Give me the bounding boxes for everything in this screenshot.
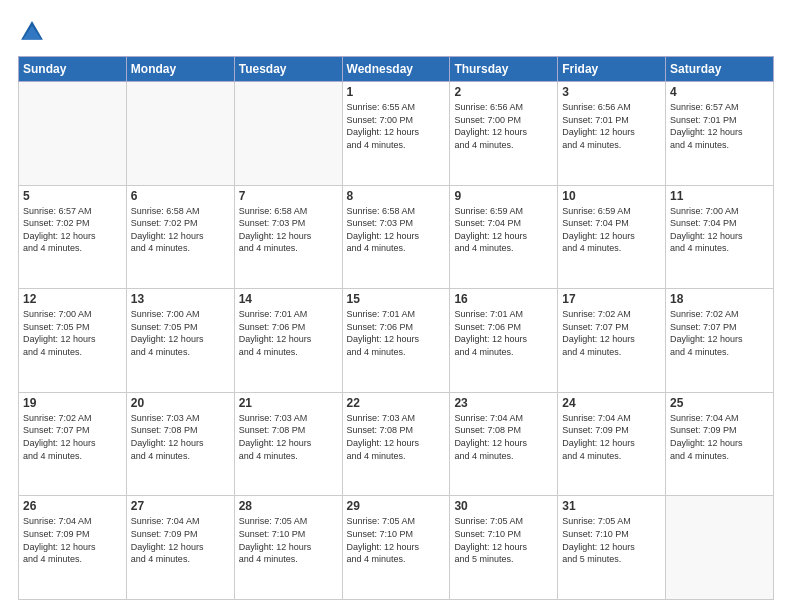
day-info: Sunrise: 7:01 AM Sunset: 7:06 PM Dayligh… (454, 308, 553, 358)
calendar-cell: 21Sunrise: 7:03 AM Sunset: 7:08 PM Dayli… (234, 392, 342, 496)
calendar-cell: 19Sunrise: 7:02 AM Sunset: 7:07 PM Dayli… (19, 392, 127, 496)
day-number: 14 (239, 292, 338, 306)
day-info: Sunrise: 6:58 AM Sunset: 7:02 PM Dayligh… (131, 205, 230, 255)
day-number: 18 (670, 292, 769, 306)
day-info: Sunrise: 7:04 AM Sunset: 7:09 PM Dayligh… (670, 412, 769, 462)
weekday-header-sunday: Sunday (19, 57, 127, 82)
day-number: 16 (454, 292, 553, 306)
day-info: Sunrise: 7:04 AM Sunset: 7:08 PM Dayligh… (454, 412, 553, 462)
calendar-table: SundayMondayTuesdayWednesdayThursdayFrid… (18, 56, 774, 600)
calendar-cell: 7Sunrise: 6:58 AM Sunset: 7:03 PM Daylig… (234, 185, 342, 289)
calendar-cell (19, 82, 127, 186)
calendar-cell: 30Sunrise: 7:05 AM Sunset: 7:10 PM Dayli… (450, 496, 558, 600)
page: SundayMondayTuesdayWednesdayThursdayFrid… (0, 0, 792, 612)
day-info: Sunrise: 6:58 AM Sunset: 7:03 PM Dayligh… (239, 205, 338, 255)
weekday-header-thursday: Thursday (450, 57, 558, 82)
day-number: 9 (454, 189, 553, 203)
day-number: 20 (131, 396, 230, 410)
weekday-header-saturday: Saturday (666, 57, 774, 82)
logo-icon (18, 18, 46, 46)
calendar-cell: 5Sunrise: 6:57 AM Sunset: 7:02 PM Daylig… (19, 185, 127, 289)
calendar-cell: 22Sunrise: 7:03 AM Sunset: 7:08 PM Dayli… (342, 392, 450, 496)
calendar-cell: 6Sunrise: 6:58 AM Sunset: 7:02 PM Daylig… (126, 185, 234, 289)
day-info: Sunrise: 6:57 AM Sunset: 7:01 PM Dayligh… (670, 101, 769, 151)
calendar-cell (666, 496, 774, 600)
calendar-cell: 17Sunrise: 7:02 AM Sunset: 7:07 PM Dayli… (558, 289, 666, 393)
day-info: Sunrise: 6:59 AM Sunset: 7:04 PM Dayligh… (562, 205, 661, 255)
calendar-cell: 18Sunrise: 7:02 AM Sunset: 7:07 PM Dayli… (666, 289, 774, 393)
day-number: 30 (454, 499, 553, 513)
day-number: 3 (562, 85, 661, 99)
weekday-header-tuesday: Tuesday (234, 57, 342, 82)
day-info: Sunrise: 7:00 AM Sunset: 7:04 PM Dayligh… (670, 205, 769, 255)
calendar-cell (234, 82, 342, 186)
day-number: 26 (23, 499, 122, 513)
day-number: 27 (131, 499, 230, 513)
calendar-cell: 25Sunrise: 7:04 AM Sunset: 7:09 PM Dayli… (666, 392, 774, 496)
day-info: Sunrise: 7:04 AM Sunset: 7:09 PM Dayligh… (23, 515, 122, 565)
weekday-header-monday: Monday (126, 57, 234, 82)
day-number: 25 (670, 396, 769, 410)
calendar-week-1: 1Sunrise: 6:55 AM Sunset: 7:00 PM Daylig… (19, 82, 774, 186)
day-number: 13 (131, 292, 230, 306)
day-number: 23 (454, 396, 553, 410)
day-number: 10 (562, 189, 661, 203)
calendar-cell (126, 82, 234, 186)
calendar-cell: 9Sunrise: 6:59 AM Sunset: 7:04 PM Daylig… (450, 185, 558, 289)
calendar-cell: 29Sunrise: 7:05 AM Sunset: 7:10 PM Dayli… (342, 496, 450, 600)
day-number: 2 (454, 85, 553, 99)
day-number: 17 (562, 292, 661, 306)
calendar-cell: 2Sunrise: 6:56 AM Sunset: 7:00 PM Daylig… (450, 82, 558, 186)
day-info: Sunrise: 7:05 AM Sunset: 7:10 PM Dayligh… (562, 515, 661, 565)
day-info: Sunrise: 6:56 AM Sunset: 7:01 PM Dayligh… (562, 101, 661, 151)
calendar-cell: 23Sunrise: 7:04 AM Sunset: 7:08 PM Dayli… (450, 392, 558, 496)
day-info: Sunrise: 7:04 AM Sunset: 7:09 PM Dayligh… (562, 412, 661, 462)
day-info: Sunrise: 7:05 AM Sunset: 7:10 PM Dayligh… (239, 515, 338, 565)
day-info: Sunrise: 7:01 AM Sunset: 7:06 PM Dayligh… (239, 308, 338, 358)
calendar-cell: 31Sunrise: 7:05 AM Sunset: 7:10 PM Dayli… (558, 496, 666, 600)
day-number: 7 (239, 189, 338, 203)
day-number: 8 (347, 189, 446, 203)
day-info: Sunrise: 7:02 AM Sunset: 7:07 PM Dayligh… (562, 308, 661, 358)
day-info: Sunrise: 7:05 AM Sunset: 7:10 PM Dayligh… (454, 515, 553, 565)
day-info: Sunrise: 7:02 AM Sunset: 7:07 PM Dayligh… (670, 308, 769, 358)
calendar-week-4: 19Sunrise: 7:02 AM Sunset: 7:07 PM Dayli… (19, 392, 774, 496)
calendar-week-3: 12Sunrise: 7:00 AM Sunset: 7:05 PM Dayli… (19, 289, 774, 393)
day-number: 22 (347, 396, 446, 410)
day-info: Sunrise: 6:55 AM Sunset: 7:00 PM Dayligh… (347, 101, 446, 151)
day-info: Sunrise: 7:00 AM Sunset: 7:05 PM Dayligh… (23, 308, 122, 358)
day-info: Sunrise: 7:02 AM Sunset: 7:07 PM Dayligh… (23, 412, 122, 462)
day-number: 29 (347, 499, 446, 513)
calendar-cell: 13Sunrise: 7:00 AM Sunset: 7:05 PM Dayli… (126, 289, 234, 393)
day-number: 31 (562, 499, 661, 513)
calendar-cell: 24Sunrise: 7:04 AM Sunset: 7:09 PM Dayli… (558, 392, 666, 496)
day-info: Sunrise: 6:56 AM Sunset: 7:00 PM Dayligh… (454, 101, 553, 151)
calendar-cell: 20Sunrise: 7:03 AM Sunset: 7:08 PM Dayli… (126, 392, 234, 496)
day-number: 15 (347, 292, 446, 306)
calendar-cell: 10Sunrise: 6:59 AM Sunset: 7:04 PM Dayli… (558, 185, 666, 289)
weekday-header-wednesday: Wednesday (342, 57, 450, 82)
day-number: 28 (239, 499, 338, 513)
day-number: 24 (562, 396, 661, 410)
calendar-week-2: 5Sunrise: 6:57 AM Sunset: 7:02 PM Daylig… (19, 185, 774, 289)
header (18, 18, 774, 46)
calendar-cell: 16Sunrise: 7:01 AM Sunset: 7:06 PM Dayli… (450, 289, 558, 393)
day-info: Sunrise: 7:00 AM Sunset: 7:05 PM Dayligh… (131, 308, 230, 358)
weekday-header-friday: Friday (558, 57, 666, 82)
day-info: Sunrise: 7:03 AM Sunset: 7:08 PM Dayligh… (239, 412, 338, 462)
calendar-cell: 26Sunrise: 7:04 AM Sunset: 7:09 PM Dayli… (19, 496, 127, 600)
calendar-cell: 15Sunrise: 7:01 AM Sunset: 7:06 PM Dayli… (342, 289, 450, 393)
day-number: 11 (670, 189, 769, 203)
calendar-cell: 4Sunrise: 6:57 AM Sunset: 7:01 PM Daylig… (666, 82, 774, 186)
day-number: 4 (670, 85, 769, 99)
day-number: 21 (239, 396, 338, 410)
logo (18, 18, 50, 46)
day-info: Sunrise: 7:05 AM Sunset: 7:10 PM Dayligh… (347, 515, 446, 565)
day-info: Sunrise: 7:03 AM Sunset: 7:08 PM Dayligh… (131, 412, 230, 462)
day-info: Sunrise: 6:58 AM Sunset: 7:03 PM Dayligh… (347, 205, 446, 255)
calendar-cell: 14Sunrise: 7:01 AM Sunset: 7:06 PM Dayli… (234, 289, 342, 393)
calendar-cell: 11Sunrise: 7:00 AM Sunset: 7:04 PM Dayli… (666, 185, 774, 289)
calendar-cell: 8Sunrise: 6:58 AM Sunset: 7:03 PM Daylig… (342, 185, 450, 289)
calendar-cell: 3Sunrise: 6:56 AM Sunset: 7:01 PM Daylig… (558, 82, 666, 186)
day-info: Sunrise: 6:57 AM Sunset: 7:02 PM Dayligh… (23, 205, 122, 255)
